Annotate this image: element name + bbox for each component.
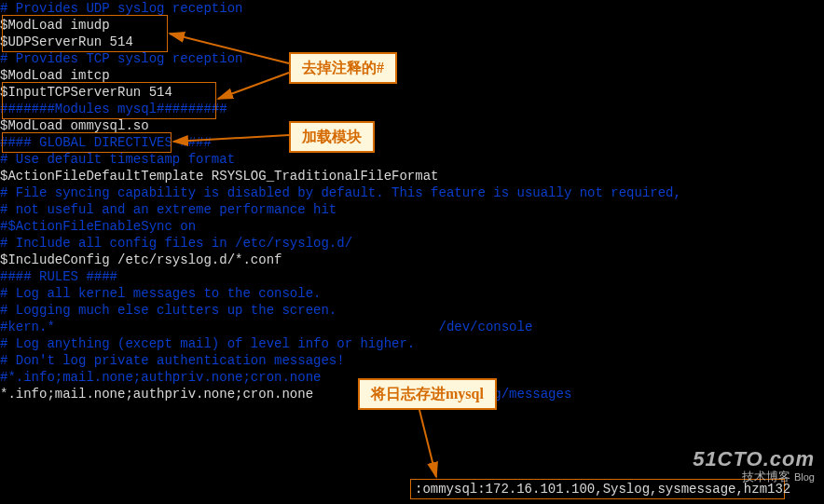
code-line: $ModLoad ommysql.so (0, 117, 824, 134)
callout-remove-hash: 去掉注释的# (289, 52, 397, 84)
code-line: $InputTCPServerRun 514 (0, 84, 824, 101)
code-line: # Logging much else clutters up the scre… (0, 302, 824, 319)
code-line: #kern.* /dev/console (0, 319, 824, 335)
callout-load-module: 加载模块 (289, 121, 375, 153)
code-line: $UDPServerRun 514 (0, 34, 824, 50)
code-line: # not useful and an extreme performance … (0, 201, 824, 218)
arrow-to-mysql-rule (419, 410, 436, 477)
active-rule: *.info;mail.none;authpriv.none;cron.none (0, 387, 313, 402)
code-line: #### GLOBAL DIRECTIVES #### (0, 134, 824, 151)
code-line: # Log all kernel messages to the console… (0, 285, 824, 302)
code-line: # Provides TCP syslog reception (0, 50, 824, 67)
code-line: #$ActionFileEnableSync on (0, 218, 824, 235)
watermark: 51CTO.com 技术博客 Blog (693, 451, 815, 485)
code-line: $IncludeConfig /etc/rsyslog.d/*.conf (0, 252, 824, 268)
callout-log-to-mysql: 将日志存进mysql (358, 378, 497, 410)
code-line: # Use default timestamp format (0, 151, 824, 168)
code-line: # Log anything (except mail) of level in… (0, 335, 824, 352)
watermark-tag: Blog (794, 471, 815, 483)
code-line: # Provides UDP syslog reception (0, 0, 824, 17)
code-line: #######Modules mysql######### (0, 101, 824, 117)
code-line: # File syncing capability is disabled by… (0, 184, 824, 201)
code-line: $ActionFileDefaultTemplate RSYSLOG_Tradi… (0, 168, 824, 184)
code-line: $ModLoad imudp (0, 17, 824, 34)
code-line: #### RULES #### (0, 268, 824, 285)
code-line: $ModLoad imtcp (0, 67, 824, 84)
code-line: # Don't log private authentication messa… (0, 352, 824, 369)
code-line: # Include all config files in /etc/rsysl… (0, 235, 824, 252)
watermark-sub: 技术博客 (742, 470, 790, 484)
watermark-site: 51CTO.com (693, 451, 815, 468)
